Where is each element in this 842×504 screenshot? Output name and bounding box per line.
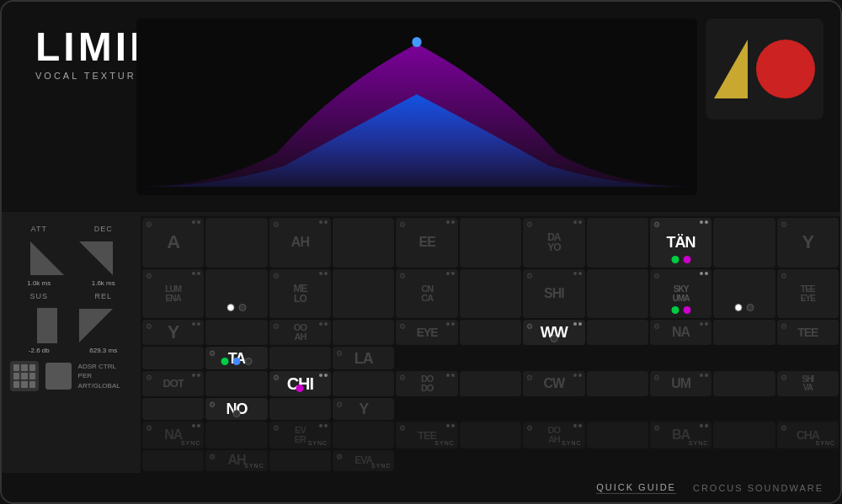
gear-icon: ⚙: [399, 424, 406, 432]
cell-SHIVA[interactable]: ⚙ SHIVA: [777, 371, 839, 396]
quick-guide-button[interactable]: QUICK GUIDE: [596, 482, 676, 494]
rel-shape[interactable]: [75, 305, 117, 345]
cell-empty-45[interactable]: [713, 371, 775, 396]
gear-icon: ⚙: [146, 374, 152, 382]
sync-label: SYNC: [308, 440, 328, 446]
cell-EYE[interactable]: ⚙ EYE: [396, 320, 457, 345]
dec-shape[interactable]: [75, 237, 117, 278]
gear-icon: ⚙: [146, 322, 152, 331]
att-shape[interactable]: [26, 237, 68, 278]
cell-NA-sync[interactable]: ⚙ NA SYNC: [142, 422, 204, 448]
cell-empty-34[interactable]: [587, 320, 648, 345]
cell-AH[interactable]: ⚙ AH: [269, 218, 331, 268]
cell-empty-42[interactable]: [333, 371, 394, 396]
cell-empty-35[interactable]: [713, 320, 775, 345]
cell-empty-25[interactable]: [713, 269, 775, 319]
cell-WW[interactable]: ⚙ WW: [523, 320, 584, 345]
gear-icon: ⚙: [146, 272, 152, 280]
cell-empty-55[interactable]: [713, 422, 775, 448]
sus-rel-section: SUS REL: [10, 292, 132, 354]
cell-MELO[interactable]: ⚙ MELO: [269, 269, 331, 319]
cell-TA[interactable]: ⚙TA: [205, 347, 267, 369]
cell-empty-4[interactable]: [587, 218, 648, 268]
cell-SHI[interactable]: ⚙ SHI: [523, 269, 584, 319]
gear-icon: ⚙: [273, 220, 280, 229]
cell-empty-51[interactable]: [205, 422, 267, 448]
gear-icon: ⚙: [336, 401, 343, 409]
sync-label: SYNC: [562, 440, 581, 446]
rel-value: 629.3 ms: [75, 347, 133, 354]
cell-empty-31[interactable]: [205, 320, 267, 345]
cell-NO[interactable]: ⚙NO: [205, 398, 267, 420]
gear-icon: ⚙: [399, 322, 406, 331]
sus-value: -2.6 db: [10, 347, 68, 354]
cell-empty-24[interactable]: [587, 269, 648, 319]
cell-empty-57[interactable]: [269, 450, 331, 471]
cell-CNCA[interactable]: ⚙ CNCA: [396, 269, 457, 319]
adsr-square-icon[interactable]: [45, 363, 71, 390]
grid-row-3: ⚙ Y ⚙ OOAH ⚙ EYE ⚙ WW: [142, 320, 839, 369]
cell-empty-54[interactable]: [587, 422, 648, 448]
cell-BA-sync[interactable]: ⚙ BA SYNC: [650, 422, 711, 448]
cell-empty-23[interactable]: [460, 269, 521, 319]
cell-Y-4[interactable]: ⚙Y: [333, 398, 394, 420]
cell-empty-47[interactable]: [269, 398, 331, 420]
cell-DODO[interactable]: ⚙ DODO: [396, 371, 457, 396]
cell-empty-53[interactable]: [460, 422, 521, 448]
cell-NA-3[interactable]: ⚙ NA: [650, 320, 711, 345]
cell-empty-56[interactable]: [142, 450, 204, 471]
gear-icon: ⚙: [273, 374, 280, 382]
cell-empty-2[interactable]: [333, 218, 394, 268]
cell-TEEEYE[interactable]: ⚙ TEEEYE: [777, 269, 839, 319]
svg-point-1: [412, 37, 421, 47]
gear-icon: ⚙: [526, 374, 533, 382]
cell-A[interactable]: ⚙ A: [142, 218, 204, 268]
svg-marker-5: [79, 309, 113, 342]
cell-empty-33[interactable]: [460, 320, 521, 345]
cell-CW[interactable]: ⚙ CW: [523, 371, 584, 396]
cell-empty-41[interactable]: [205, 371, 267, 396]
cell-empty-52[interactable]: [333, 422, 394, 448]
cell-empty-36[interactable]: [142, 347, 204, 369]
cell-AH-sync[interactable]: ⚙AHSYNC: [205, 450, 267, 471]
cell-UM[interactable]: ⚙ UM: [650, 371, 711, 396]
cell-DOAH-sync[interactable]: ⚙ DOAH SYNC: [523, 422, 584, 448]
cell-LA[interactable]: ⚙LA: [333, 347, 394, 369]
cell-CHA-sync[interactable]: ⚙ CHA SYNC: [777, 422, 839, 448]
svg-rect-4: [37, 308, 57, 343]
gear-icon: ⚙: [526, 424, 533, 432]
sus-shape[interactable]: [26, 305, 68, 345]
cell-empty-46[interactable]: [142, 398, 204, 420]
cell-SKYUMA[interactable]: ⚙ SKYUMA: [650, 269, 711, 319]
gear-icon: ⚙: [273, 272, 280, 280]
cell-empty-32[interactable]: [333, 320, 394, 345]
gear-icon: ⚙: [146, 220, 152, 229]
main-container: LIMINAL VOCAL TEXTURES VOLUME 2: [0, 0, 842, 504]
adsr-grid-icon[interactable]: [10, 361, 39, 391]
cell-DOT[interactable]: ⚙ DOT: [142, 371, 204, 396]
cell-empty-3[interactable]: [460, 218, 521, 268]
cell-EVER-sync[interactable]: ⚙ EVER SYNC: [269, 422, 331, 448]
cell-TEE-3[interactable]: ⚙ TEE: [777, 320, 839, 345]
cell-empty-43[interactable]: [460, 371, 521, 396]
circle-logo: [756, 40, 815, 98]
cell-LUMENA[interactable]: ⚙ LUMENA: [142, 269, 204, 319]
att-value: 1.0k ms: [10, 279, 68, 287]
cell-EE[interactable]: ⚙ EE: [396, 218, 457, 268]
cell-EVA-sync[interactable]: ⚙EVASYNC: [333, 450, 394, 471]
cell-Y-3[interactable]: ⚙ Y: [142, 320, 204, 345]
sus-label: SUS: [10, 292, 68, 300]
cell-TEE-sync[interactable]: ⚙ TEE SYNC: [396, 422, 457, 448]
cell-OOAH[interactable]: ⚙ OOAH: [269, 320, 331, 345]
cell-empty-37[interactable]: [269, 347, 331, 369]
cell-empty-22[interactable]: [333, 269, 394, 319]
gear-icon: ⚙: [336, 453, 343, 461]
cell-DAYO[interactable]: ⚙ DAYO: [523, 218, 584, 268]
gear-icon: ⚙: [209, 349, 216, 358]
cell-empty-44[interactable]: [587, 371, 648, 396]
gear-icon: ⚙: [209, 453, 216, 461]
cell-empty-1[interactable]: [205, 218, 267, 268]
cell-CHI[interactable]: ⚙ CHI: [269, 371, 331, 396]
cell-empty-21[interactable]: [205, 269, 267, 319]
gear-icon: ⚙: [526, 220, 533, 229]
